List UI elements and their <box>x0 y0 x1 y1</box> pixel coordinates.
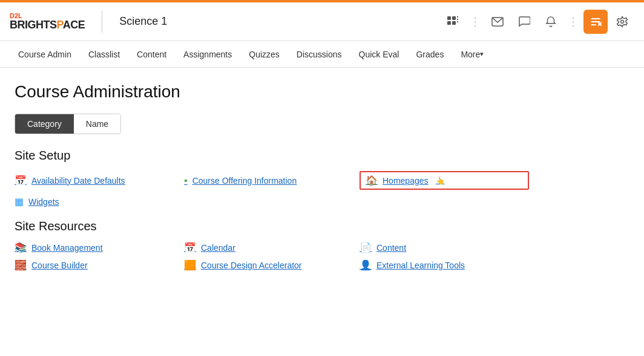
site-setup-section: Site Setup 📅 Availability Date Defaults … <box>15 149 629 207</box>
settings-button[interactable] <box>610 10 634 34</box>
content-label: Content <box>376 243 406 253</box>
course-design-accelerator-link[interactable]: 🟧 Course Design Accelerator <box>184 259 360 271</box>
book-management-label: Book Management <box>31 243 103 253</box>
chat-button[interactable] <box>512 10 536 34</box>
external-learning-tools-link[interactable]: 👤 External Learning Tools <box>360 259 529 271</box>
nav-grades[interactable]: Grades <box>407 41 452 68</box>
site-resources-section: Site Resources 📚 Book Management 📅 Calen… <box>15 219 629 271</box>
course-design-label: Course Design Accelerator <box>201 261 302 270</box>
external-learning-label: External Learning Tools <box>376 261 465 270</box>
book-management-icon: 📚 <box>15 242 27 253</box>
course-offering-label: Course Offering Information <box>192 176 297 186</box>
calendar-icon: 📅 <box>184 242 196 253</box>
cursor-icon: 👆 <box>436 176 445 185</box>
svg-rect-3 <box>452 21 456 25</box>
svg-rect-6 <box>457 21 458 22</box>
widgets-label: Widgets <box>28 197 59 207</box>
nav-assignments[interactable]: Assignments <box>175 41 240 68</box>
dots-divider-2: ⋮ <box>565 15 581 28</box>
nav-content[interactable]: Content <box>128 41 175 68</box>
svg-rect-0 <box>447 16 451 20</box>
logo-d2l-text: D2L <box>10 12 85 19</box>
nav-quick-eval[interactable]: Quick Eval <box>350 41 408 68</box>
external-learning-icon: 👤 <box>360 259 372 271</box>
widgets-icon: ▦ <box>15 196 24 207</box>
name-toggle-btn[interactable]: Name <box>74 114 120 134</box>
view-toggle-group: Category Name <box>15 114 121 134</box>
header-right-icons: ⋮ ⋮ <box>441 10 634 34</box>
homepages-icon: 🏠 <box>366 175 378 186</box>
notifications-button[interactable] <box>539 10 563 34</box>
course-builder-link[interactable]: 🧱 Course Builder <box>15 259 184 271</box>
nav-classlist[interactable]: Classlist <box>80 41 128 68</box>
availability-icon: 📅 <box>15 175 27 186</box>
app-header: D2L BRIGHTSPACE Science 1 ⋮ <box>0 2 644 41</box>
site-resources-title: Site Resources <box>15 219 629 233</box>
svg-rect-5 <box>457 19 458 20</box>
course-name: Science 1 <box>119 15 167 28</box>
course-offering-icon: ▪ <box>184 175 188 186</box>
d2l-logo: D2L BRIGHTSPACE <box>10 12 85 31</box>
homepages-label: Homepages <box>383 176 429 186</box>
calendar-link[interactable]: 📅 Calendar <box>184 242 360 253</box>
svg-rect-4 <box>457 16 458 18</box>
svg-rect-1 <box>452 16 456 20</box>
course-builder-label: Course Builder <box>31 261 88 270</box>
header-divider <box>102 11 102 33</box>
content-icon: 📄 <box>360 242 372 253</box>
main-nav: Course Admin Classlist Content Assignmen… <box>0 41 644 68</box>
page-title: Course Administration <box>15 82 629 102</box>
svg-rect-2 <box>447 21 451 25</box>
category-toggle-btn[interactable]: Category <box>15 114 74 134</box>
main-content: Course Administration Category Name Site… <box>0 68 644 297</box>
widgets-link[interactable]: ▦ Widgets <box>15 196 184 207</box>
nav-discussions[interactable]: Discussions <box>288 41 350 68</box>
logo-area: D2L BRIGHTSPACE Science 1 <box>10 11 167 33</box>
site-setup-title: Site Setup <box>15 149 629 163</box>
availability-label: Availability Date Defaults <box>31 176 125 186</box>
availability-date-defaults-link[interactable]: 📅 Availability Date Defaults <box>15 171 184 190</box>
nav-quizzes[interactable]: Quizzes <box>240 41 288 68</box>
dots-divider-1: ⋮ <box>467 15 483 28</box>
course-design-icon: 🟧 <box>184 259 196 271</box>
course-builder-icon: 🧱 <box>15 259 27 271</box>
content-link[interactable]: 📄 Content <box>360 242 529 253</box>
svg-point-8 <box>621 20 624 23</box>
nav-course-admin[interactable]: Course Admin <box>10 41 80 68</box>
mail-button[interactable] <box>485 10 510 34</box>
nav-more[interactable]: More <box>452 41 492 68</box>
logo-brightspace-text: BRIGHTSPACE <box>10 19 85 31</box>
user-quick-button[interactable] <box>583 10 608 34</box>
homepages-link[interactable]: 🏠 Homepages 👆 <box>360 171 529 190</box>
calendar-label: Calendar <box>201 243 235 253</box>
apps-grid-button[interactable] <box>441 10 465 34</box>
book-management-link[interactable]: 📚 Book Management <box>15 242 184 253</box>
course-offering-info-link[interactable]: ▪ Course Offering Information <box>184 171 360 190</box>
